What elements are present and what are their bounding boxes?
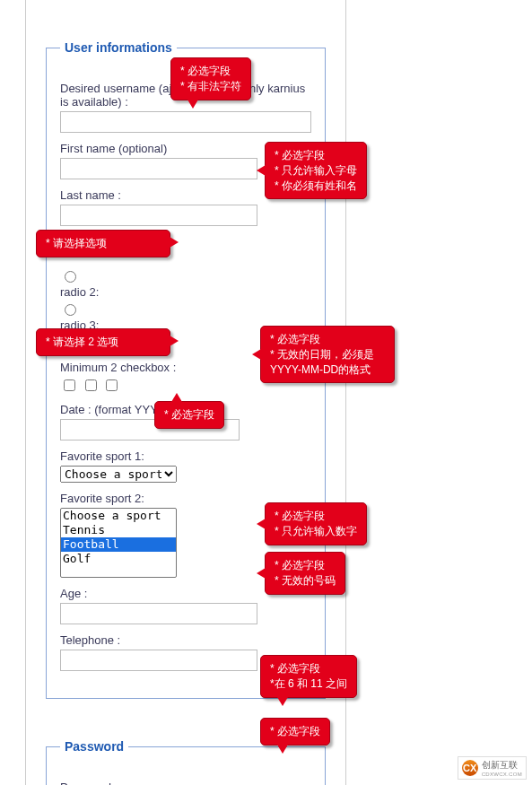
watermark: CX 创新互联 CDXWCX.COM bbox=[458, 756, 527, 780]
error-checkbox: * 请选择 2 选项 bbox=[36, 328, 170, 356]
error-date: * 必选字段* 无效的日期，必须是YYYY-MM-DD的格式 bbox=[260, 326, 395, 383]
last-name-input[interactable] bbox=[60, 205, 257, 226]
desired-username-input[interactable] bbox=[60, 111, 311, 133]
watermark-sub: CDXWCX.COM bbox=[482, 772, 522, 777]
error-radio: * 请选择选项 bbox=[36, 230, 170, 257]
error-lastname: * 必选字段* 只允许输入字母* 你必须有姓和名 bbox=[265, 142, 367, 199]
checkbox-3[interactable] bbox=[106, 379, 118, 391]
checkbox-2[interactable] bbox=[85, 379, 97, 391]
password-legend: Password bbox=[60, 739, 128, 754]
tel-input[interactable] bbox=[60, 650, 257, 671]
checkbox-1[interactable] bbox=[64, 379, 75, 391]
error-age: * 必选字段* 只允许输入数字 bbox=[265, 502, 367, 545]
password-label: Password : bbox=[60, 781, 311, 785]
error-username: * 必选字段* 有非法字符 bbox=[170, 57, 251, 100]
radio-2-label: radio 2: bbox=[60, 285, 311, 299]
age-input[interactable] bbox=[60, 603, 257, 624]
error-tel: * 必选字段* 无效的号码 bbox=[265, 552, 345, 595]
radio-1[interactable] bbox=[65, 271, 76, 283]
fav-sport1-label: Favorite sport 1: bbox=[60, 449, 311, 463]
watermark-text: 创新互联 bbox=[482, 759, 522, 772]
fav-sport1-select[interactable]: Choose a sport Tennis Football Golf bbox=[60, 466, 177, 483]
radio-2[interactable] bbox=[65, 304, 76, 316]
tel-label: Telephone : bbox=[60, 633, 311, 647]
first-name-input[interactable] bbox=[60, 158, 257, 179]
error-sport1: * 必选字段 bbox=[154, 401, 224, 429]
watermark-logo-icon: CX bbox=[462, 760, 478, 776]
fav-sport2-select[interactable]: Choose a sport Tennis Football Golf bbox=[60, 508, 177, 578]
error-confirm: * 必选字段 bbox=[260, 718, 330, 746]
user-info-legend: User informations bbox=[60, 40, 177, 55]
error-password: * 必选字段*在 6 和 11 之间 bbox=[260, 655, 357, 698]
